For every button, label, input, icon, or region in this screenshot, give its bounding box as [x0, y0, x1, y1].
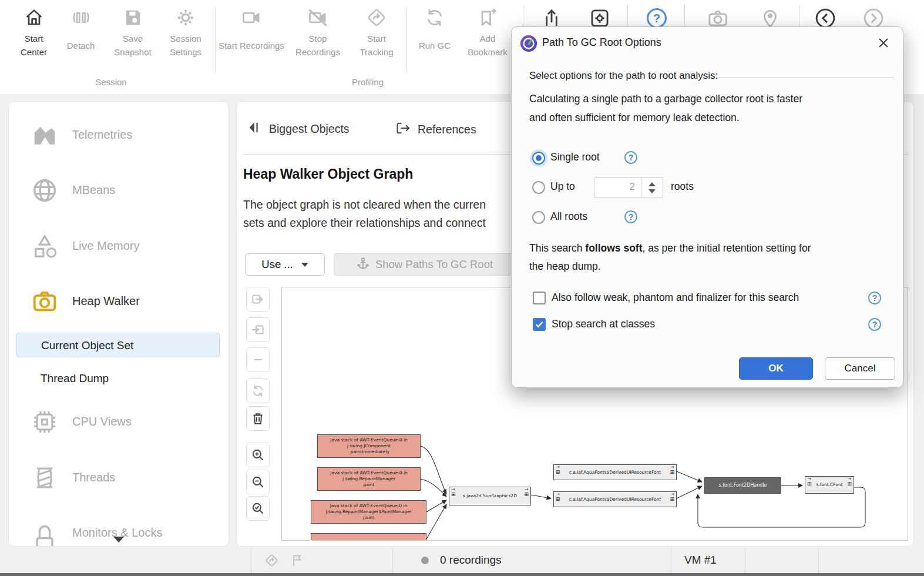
graph-node-sungraphics2d[interactable]: →⊞ s.java2d.SunGraphics2D →⊞	[449, 487, 531, 505]
sidebar-item-thread-dump[interactable]: Thread Dump	[41, 371, 109, 386]
show-incoming-references-button[interactable]	[246, 317, 270, 342]
dialog-intro: Select options for the path to root anal…	[529, 70, 718, 82]
sidebar-item-live-memory[interactable]: Live Memory	[72, 237, 139, 254]
sidebar-item-threads[interactable]: Threads	[72, 469, 115, 485]
expand-left-icon[interactable]: →⊞	[556, 465, 560, 474]
spinner-down-icon[interactable]	[649, 189, 656, 193]
stop-at-classes-help-icon[interactable]: ?	[868, 318, 881, 331]
tracking-status-icon[interactable]	[264, 553, 279, 570]
description-line-2: sets and explore their relationships and…	[243, 216, 486, 230]
svg-text:?: ?	[653, 12, 660, 25]
bookmark-add-icon	[477, 6, 498, 29]
status-separator	[392, 548, 393, 573]
detach-plug-icon	[70, 6, 92, 29]
check-icon	[535, 320, 543, 329]
expand-right-icon[interactable]: →⊞	[670, 465, 674, 474]
detach-button[interactable]: Detach	[59, 6, 103, 61]
sidebar-item-current-object-set[interactable]: Current Object Set	[16, 333, 220, 357]
ribbon-separator	[215, 7, 216, 73]
up-to-radio[interactable]	[532, 181, 545, 194]
divider	[718, 78, 893, 78]
session-settings-button[interactable]: Session Settings	[161, 6, 210, 61]
follow-weak-help-icon[interactable]: ?	[868, 292, 881, 304]
zoom-fit-button[interactable]	[246, 496, 270, 521]
add-bookmark-button[interactable]: Add Bookmark	[461, 6, 515, 61]
stop-at-classes-checkbox[interactable]	[533, 318, 546, 331]
graph-node-stack-cut[interactable]: Java stack of AWT-EventQueue-0 in	[311, 533, 426, 541]
sidebar-item-cpu-views[interactable]: CPU Views	[72, 413, 132, 430]
cpu-icon	[31, 408, 58, 436]
single-root-help-icon[interactable]: ?	[624, 151, 637, 164]
sidebar-item-mbeans[interactable]: MBeans	[72, 182, 115, 198]
anchor-icon	[357, 257, 369, 273]
single-root-label: Single root	[550, 151, 600, 163]
start-center-button[interactable]: Start Center	[12, 6, 56, 61]
spinner-value[interactable]: 2	[594, 178, 641, 197]
chart-mountain-icon	[31, 122, 58, 149]
up-to-label: Up to	[550, 180, 575, 193]
status-separator	[818, 548, 819, 573]
expand-left-icon[interactable]: →⊞	[807, 477, 812, 486]
heap-walker-camera-icon	[31, 288, 58, 315]
graph-node-aquafonts-1[interactable]: →⊞ c.a.laf.AquaFonts$DerivedUIResourceFo…	[553, 464, 677, 480]
gc-refresh-button[interactable]	[246, 379, 270, 403]
window-bottom-edge	[0, 573, 924, 576]
chevron-down-icon	[301, 263, 308, 267]
sidebar-scroll-down-icon[interactable]	[113, 537, 124, 542]
retention-note-line-2: the heap dump.	[529, 260, 601, 273]
save-snapshot-button[interactable]: Save Snapshot	[106, 6, 160, 61]
graph-node-stack-repaintmanager[interactable]: Java stack of AWT-EventQueue-0 in j.swin…	[317, 467, 421, 491]
expand-right-icon[interactable]: →⊞	[524, 487, 529, 497]
status-separator	[745, 548, 745, 573]
start-tracking-button[interactable]: Start Tracking	[351, 6, 402, 61]
zoom-in-button[interactable]	[246, 443, 270, 467]
tab-references[interactable]: References	[395, 120, 476, 139]
status-separator	[251, 548, 251, 573]
navigate-diamond-icon	[366, 6, 387, 29]
expand-right-icon[interactable]: →⊞	[847, 477, 852, 486]
all-roots-help-icon[interactable]: ?	[624, 210, 637, 223]
show-paths-to-gc-root-button[interactable]: Show Paths To GC Root	[334, 253, 516, 276]
dialog-description-line-1: Calculating a single path to a garbage c…	[529, 93, 802, 105]
floppy-disk-icon	[122, 6, 143, 29]
ribbon-separator	[406, 7, 407, 73]
run-gc-button[interactable]: Run GC	[411, 6, 458, 61]
all-roots-radio[interactable]	[532, 211, 545, 224]
start-recordings-button[interactable]: Start Recordings	[219, 6, 284, 61]
ok-button[interactable]: OK	[739, 357, 813, 380]
gear-icon	[175, 6, 196, 29]
graph-node-aquafonts-2[interactable]: →⊞ c.a.laf.AquaFonts$DerivedUIResourceFo…	[553, 491, 677, 507]
graph-node-stack-paintmanager[interactable]: Java stack of AWT-EventQueue-0 in j.swin…	[311, 500, 426, 524]
globe-icon	[31, 177, 58, 204]
remove-node-button[interactable]	[246, 347, 270, 372]
flag-icon[interactable]	[290, 553, 305, 570]
session-group-label: Session	[12, 77, 210, 87]
graph-node-font2dhandle[interactable]: s.font.Font2DHandle	[704, 477, 781, 494]
expand-left-icon[interactable]: →⊞	[451, 487, 456, 497]
close-icon[interactable]	[876, 35, 891, 51]
single-root-radio[interactable]	[532, 152, 545, 165]
stop-recordings-button[interactable]: Stop Recordings	[285, 6, 350, 61]
follow-weak-checkbox[interactable]	[533, 292, 546, 304]
sidebar-item-heap-walker[interactable]: Heap Walker	[72, 293, 140, 309]
zoom-out-button[interactable]	[246, 470, 270, 494]
tab-biggest-objects[interactable]: Biggest Objects	[248, 120, 350, 138]
graph-node-stack-jcomponent[interactable]: Java stack of AWT-EventQueue-0 in j.swin…	[317, 434, 421, 458]
clear-graph-trash-button[interactable]	[246, 406, 270, 431]
show-outgoing-references-button[interactable]	[246, 287, 270, 312]
expand-left-icon[interactable]: →⊞	[556, 492, 560, 501]
up-to-roots-spinner[interactable]: 2	[594, 177, 663, 198]
sidebar: Telemetries MBeans Live Memory Heap Walk…	[8, 101, 229, 547]
graph-node-cfont[interactable]: →⊞ s.font.CFont →⊞	[805, 476, 854, 494]
spinner-up-icon[interactable]	[649, 182, 656, 186]
cancel-button[interactable]: Cancel	[825, 357, 895, 380]
lock-icon	[31, 520, 58, 547]
retention-note-line-1: This search follows soft, as per the ini…	[529, 242, 811, 254]
follow-weak-label: Also follow weak, phantom and finalizer …	[552, 292, 799, 304]
sidebar-item-telemetries[interactable]: Telemetries	[72, 126, 132, 143]
dialog-title: Path To GC Root Options	[542, 36, 661, 49]
vm-label[interactable]: VM #1	[684, 554, 717, 567]
use-dropdown-button[interactable]: Use ...	[245, 253, 325, 276]
video-camera-icon	[241, 6, 262, 29]
expand-right-icon[interactable]: →⊞	[670, 492, 674, 501]
